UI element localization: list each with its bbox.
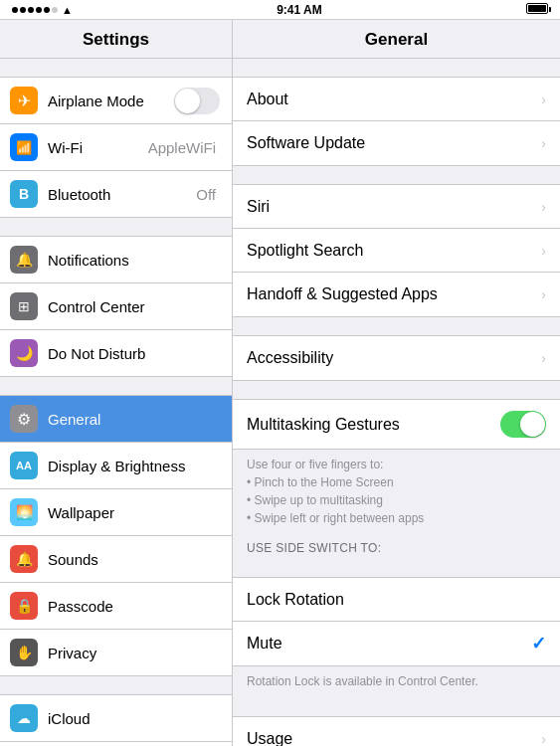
detail-group-multitasking: Multitasking Gestures — [233, 399, 560, 450]
sidebar: Settings ✈ Airplane Mode 📶 Wi-Fi AppleWi… — [0, 20, 233, 746]
detail-label-about: About — [247, 91, 541, 108]
sidebar-item-bluetooth[interactable]: B Bluetooth Off — [0, 171, 232, 217]
display-icon: AA — [10, 452, 38, 479]
multitasking-toggle[interactable] — [500, 411, 546, 438]
detail-group-siri: Siri › Spotlight Search › Handoff & Sugg… — [233, 184, 560, 317]
detail-group-about: About › Software Update › — [233, 77, 560, 166]
detail-label-lockrotation: Lock Rotation — [247, 591, 546, 609]
detail-group-sideswitch: Lock Rotation Mute ✓ — [233, 577, 560, 666]
sidebar-label-notifications: Notifications — [48, 252, 220, 269]
sidebar-label-privacy: Privacy — [48, 645, 220, 661]
privacy-icon: ✋ — [10, 639, 38, 666]
sidebar-label-icloud: iCloud — [48, 710, 220, 727]
detail-label-siri: Siri — [247, 198, 541, 216]
wifi-icon: ▲ — [62, 4, 73, 16]
detail-title: General — [233, 20, 560, 59]
chevron-icon: › — [541, 92, 546, 107]
sidebar-item-sounds[interactable]: 🔔 Sounds — [0, 536, 232, 583]
detail-item-spotlight[interactable]: Spotlight Search › — [233, 229, 560, 273]
sidebar-item-wallpaper[interactable]: 🌅 Wallpaper — [0, 489, 232, 536]
detail-item-multitasking[interactable]: Multitasking Gestures — [233, 400, 560, 449]
sidebar-value-bluetooth: Off — [196, 186, 216, 203]
sidebar-label-sounds: Sounds — [48, 551, 220, 568]
sidebar-label-displaybrightness: Display & Brightness — [48, 458, 220, 474]
rotation-hint: Rotation Lock is available in Control Ce… — [233, 666, 560, 698]
detail-item-about[interactable]: About › — [233, 78, 560, 121]
detail-item-usage[interactable]: Usage › — [233, 717, 560, 746]
sidebar-label-passcode: Passcode — [48, 598, 220, 615]
sidebar-label-airplane: Airplane Mode — [48, 93, 174, 109]
sidebar-group-connectivity: ✈ Airplane Mode 📶 Wi-Fi AppleWiFi B Blue… — [0, 77, 232, 218]
status-time: 9:41 AM — [277, 3, 322, 17]
detail-item-siri[interactable]: Siri › — [233, 185, 560, 229]
sidebar-item-displaybrightness[interactable]: AA Display & Brightness — [0, 443, 232, 489]
airplane-toggle[interactable] — [174, 88, 220, 114]
icloud-icon: ☁ — [10, 704, 38, 732]
sidebar-label-donotdisturb: Do Not Disturb — [48, 345, 220, 362]
controlcenter-icon: ⊞ — [10, 292, 38, 320]
general-icon: ⚙ — [10, 405, 38, 433]
sidebar-item-donotdisturb[interactable]: 🌙 Do Not Disturb — [0, 330, 232, 376]
sidebar-group-preferences: ⚙ General AA Display & Brightness 🌅 Wall… — [0, 395, 232, 676]
detail-label-multitasking: Multitasking Gestures — [247, 416, 500, 434]
main-layout: Settings ✈ Airplane Mode 📶 Wi-Fi AppleWi… — [0, 20, 560, 746]
status-right — [526, 3, 548, 16]
chevron-icon: › — [541, 350, 546, 366]
detail-label-mute: Mute — [247, 635, 531, 653]
sidebar-item-airplane[interactable]: ✈ Airplane Mode — [0, 78, 232, 124]
detail-item-accessibility[interactable]: Accessibility › — [233, 336, 560, 380]
chevron-icon: › — [541, 199, 546, 215]
sidebar-label-controlcenter: Control Center — [48, 298, 220, 315]
sidebar-item-wifi[interactable]: 📶 Wi-Fi AppleWiFi — [0, 124, 232, 171]
sidebar-item-icloud[interactable]: ☁ iCloud — [0, 695, 232, 742]
detail-label-accessibility: Accessibility — [247, 349, 541, 367]
detail-label-usage: Usage — [247, 730, 541, 747]
sidebar-group-accounts: ☁ iCloud A iTunes & App Store — [0, 694, 232, 746]
chevron-icon: › — [541, 731, 546, 747]
bluetooth-icon: B — [10, 180, 38, 208]
sidebar-item-privacy[interactable]: ✋ Privacy — [0, 630, 232, 675]
sidebar-label-bluetooth: Bluetooth — [48, 186, 196, 203]
detail-group-usage: Usage › Background App Refresh › — [233, 716, 560, 746]
donotdisturb-icon: 🌙 — [10, 339, 38, 367]
sidebar-item-controlcenter[interactable]: ⊞ Control Center — [0, 283, 232, 330]
sidebar-label-wallpaper: Wallpaper — [48, 504, 220, 521]
detail-item-lockrotation[interactable]: Lock Rotation — [233, 578, 560, 622]
sidebar-label-general: General — [48, 411, 220, 428]
sidebar-title: Settings — [0, 20, 232, 59]
detail-group-accessibility: Accessibility › — [233, 335, 560, 381]
detail-label-handoff: Handoff & Suggested Apps — [247, 285, 541, 303]
status-bar: ▲ 9:41 AM — [0, 0, 560, 20]
mute-checkmark: ✓ — [531, 633, 546, 654]
detail-label-softwareupdate: Software Update — [247, 134, 541, 152]
sidebar-value-wifi: AppleWiFi — [148, 139, 216, 156]
detail-label-spotlight: Spotlight Search — [247, 242, 541, 260]
chevron-icon: › — [541, 243, 546, 259]
chevron-icon: › — [541, 135, 546, 151]
sidebar-item-notifications[interactable]: 🔔 Notifications — [0, 237, 232, 283]
sidebar-item-passcode[interactable]: 🔒 Passcode — [0, 583, 232, 630]
side-switch-label: USE SIDE SWITCH TO: — [233, 535, 560, 559]
status-left: ▲ — [12, 4, 73, 16]
sounds-icon: 🔔 — [10, 545, 38, 573]
notifications-icon: 🔔 — [10, 246, 38, 274]
passcode-icon: 🔒 — [10, 592, 38, 620]
detail-item-handoff[interactable]: Handoff & Suggested Apps › — [233, 273, 560, 316]
sidebar-item-itunes[interactable]: A iTunes & App Store — [0, 742, 232, 746]
detail-item-mute[interactable]: Mute ✓ — [233, 622, 560, 665]
wallpaper-icon: 🌅 — [10, 498, 38, 526]
sidebar-item-general[interactable]: ⚙ General — [0, 396, 232, 443]
detail-item-softwareupdate[interactable]: Software Update › — [233, 121, 560, 165]
sidebar-label-wifi: Wi-Fi — [48, 139, 148, 156]
sidebar-group-system: 🔔 Notifications ⊞ Control Center 🌙 Do No… — [0, 236, 232, 377]
signal-dots — [12, 7, 58, 13]
airplane-icon: ✈ — [10, 87, 38, 114]
wifi-icon: 📶 — [10, 133, 38, 161]
detail-panel: General About › Software Update › Siri ›… — [233, 20, 560, 746]
battery-indicator — [526, 3, 548, 16]
multitasking-hint: Use four or five fingers to:• Pinch to t… — [233, 450, 560, 535]
chevron-icon: › — [541, 286, 546, 302]
